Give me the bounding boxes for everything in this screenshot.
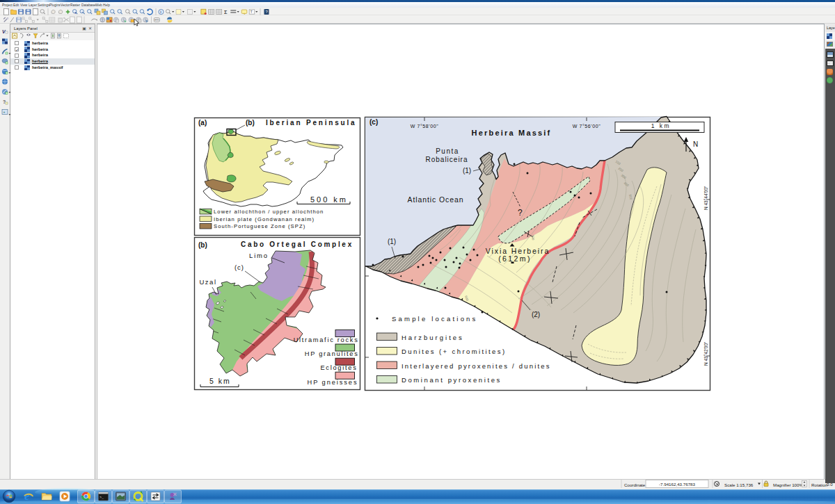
svg-text:0.0: 0.0 [827, 482, 833, 487]
svg-text:e: e [24, 490, 29, 502]
svg-text:-7.94162,43.76783: -7.94162,43.76783 [659, 482, 696, 487]
svg-text:>_: >_ [100, 496, 104, 500]
